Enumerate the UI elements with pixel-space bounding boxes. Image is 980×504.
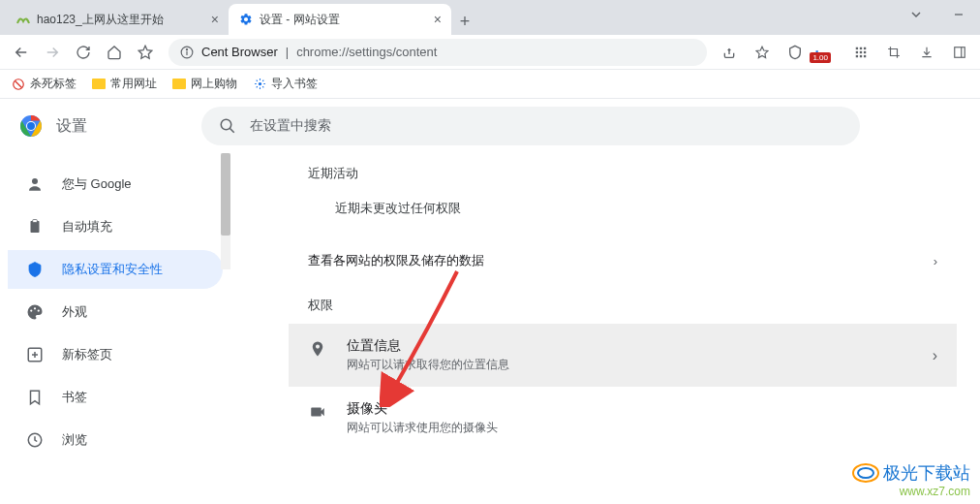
svg-rect-8 (860, 50, 862, 52)
clipboard-icon (25, 217, 45, 236)
reload-button[interactable] (70, 39, 97, 66)
search-icon (219, 117, 236, 135)
address-brand: Cent Browser (201, 45, 278, 59)
crop-icon[interactable] (881, 39, 906, 66)
recent-activity-text: 近期未更改过任何权限 (289, 192, 957, 236)
bookmark-import[interactable]: 导入书签 (253, 76, 318, 92)
settings-content: 近期活动 近期未更改过任何权限 查看各网站的权限及储存的数据 › 权限 位置信息… (230, 153, 980, 504)
apps-icon[interactable] (848, 39, 873, 66)
svg-rect-11 (860, 54, 862, 56)
share-icon[interactable] (717, 39, 742, 66)
settings-header: 设置 在设置中搜索 (0, 99, 980, 153)
perm-title: 位置信息 (347, 337, 509, 355)
sidebar-item-newtab[interactable]: 新标签页 (8, 335, 223, 374)
gear-icon (238, 12, 254, 27)
tab-title: hao123_上网从这里开始 (37, 12, 205, 28)
permissions-label: 权限 (289, 285, 957, 324)
block-icon (12, 78, 25, 91)
home-button[interactable] (101, 39, 128, 66)
svg-line-22 (230, 128, 234, 133)
chevron-down-icon[interactable] (895, 0, 937, 29)
tab-strip: hao123_上网从这里开始 × 设置 - 网站设置 × + (0, 0, 980, 35)
chevron-right-icon: › (934, 254, 937, 268)
minimize-button[interactable] (937, 0, 980, 29)
svg-rect-5 (860, 47, 862, 48)
recent-activity-label: 近期活动 (289, 153, 957, 192)
sidebar-item-browse[interactable]: 浏览 (8, 421, 223, 459)
tab-title: 设置 - 网站设置 (260, 12, 428, 28)
badge: 1.00 (810, 52, 831, 63)
bookmark-icon (25, 388, 45, 407)
scrollbar-thumb[interactable] (221, 153, 230, 236)
tab-settings[interactable]: 设置 - 网站设置 × (229, 4, 451, 35)
panel-icon[interactable] (947, 39, 972, 66)
svg-point-3 (186, 48, 187, 49)
chrome-logo-icon (19, 114, 43, 138)
bookmark-kill-tabs[interactable]: 杀死标签 (12, 76, 77, 92)
toolbar: Cent Browser | chrome://settings/content… (0, 35, 980, 70)
settings-sidebar: 您与 Google 自动填充 隐私设置和安全性 外观 新标签页 书签 浏览 (0, 153, 230, 504)
svg-point-26 (30, 309, 32, 311)
hao123-favicon (15, 12, 31, 27)
svg-rect-7 (856, 50, 858, 52)
svg-point-21 (221, 119, 231, 130)
forward-button[interactable] (39, 39, 66, 66)
sidebar-item-autofill[interactable]: 自动填充 (8, 207, 223, 246)
download-icon[interactable] (914, 39, 939, 66)
svg-rect-25 (33, 220, 38, 223)
close-icon[interactable]: × (434, 12, 442, 27)
svg-rect-13 (955, 47, 965, 57)
close-icon[interactable]: × (211, 12, 219, 27)
new-tab-button[interactable]: + (451, 8, 478, 35)
flag-icon[interactable]: 1.00 (815, 39, 841, 66)
tab-hao123[interactable]: hao123_上网从这里开始 × (6, 4, 229, 35)
folder-icon (172, 79, 186, 89)
bookmark-star-button[interactable] (132, 39, 159, 66)
window-controls (895, 0, 980, 29)
svg-point-23 (32, 178, 38, 184)
svg-line-16 (15, 80, 22, 87)
sidebar-item-you-google[interactable]: 您与 Google (8, 165, 223, 204)
svg-point-17 (258, 82, 260, 85)
gear-icon (253, 78, 266, 91)
perm-sub: 网站可以请求取得您的位置信息 (347, 357, 509, 373)
view-all-sites-row[interactable]: 查看各网站的权限及储存的数据 › (289, 236, 957, 285)
camera-icon (308, 402, 327, 422)
address-url: chrome://settings/content (296, 45, 437, 59)
address-bar[interactable]: Cent Browser | chrome://settings/content (168, 39, 707, 66)
history-icon (25, 430, 45, 450)
svg-point-20 (27, 122, 35, 130)
folder-icon (92, 79, 106, 89)
shield-icon[interactable] (782, 39, 808, 66)
svg-rect-12 (864, 54, 866, 56)
search-placeholder: 在设置中搜索 (250, 117, 331, 135)
chevron-right-icon: › (933, 347, 937, 364)
sidebar-item-privacy[interactable]: 隐私设置和安全性 (8, 250, 223, 289)
plus-square-icon (25, 345, 45, 364)
svg-point-27 (34, 307, 36, 309)
bookmark-icon[interactable] (750, 39, 775, 66)
svg-point-34 (858, 468, 873, 478)
permission-camera-row[interactable]: 摄像头 网站可以请求使用您的摄像头 (289, 387, 957, 450)
site-info-icon[interactable] (180, 46, 194, 59)
person-icon (25, 174, 45, 194)
permission-location-row[interactable]: 位置信息 网站可以请求取得您的位置信息 › (289, 324, 957, 387)
watermark: 极光下载站 www.xz7.com (852, 461, 970, 498)
svg-rect-4 (856, 47, 858, 48)
sidebar-item-appearance[interactable]: 外观 (8, 293, 223, 331)
watermark-logo-icon (852, 462, 879, 484)
shield-icon (25, 260, 45, 279)
back-button[interactable] (8, 39, 35, 66)
perm-title: 摄像头 (347, 400, 498, 418)
bookmark-shopping[interactable]: 网上购物 (172, 76, 237, 92)
palette-icon (25, 302, 45, 322)
svg-rect-10 (856, 54, 858, 56)
perm-sub: 网站可以请求使用您的摄像头 (347, 420, 498, 436)
settings-search-input[interactable]: 在设置中搜索 (201, 107, 860, 145)
bookmark-common-sites[interactable]: 常用网址 (92, 76, 157, 92)
sidebar-item-bookmarks[interactable]: 书签 (8, 378, 223, 417)
svg-rect-6 (864, 47, 866, 48)
bookmarks-bar: 杀死标签 常用网址 网上购物 导入书签 (0, 70, 980, 99)
svg-point-33 (853, 464, 878, 482)
svg-rect-9 (864, 50, 866, 52)
